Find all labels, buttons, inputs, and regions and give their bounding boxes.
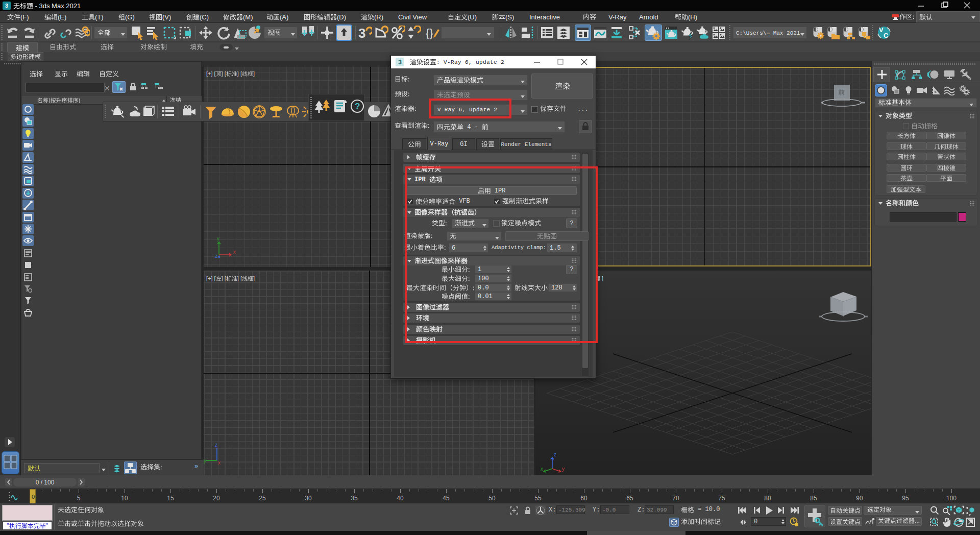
- svg-text:z: z: [215, 442, 217, 448]
- svg-text:z: z: [215, 253, 217, 259]
- svg-text:y: y: [204, 458, 206, 464]
- svg-text:x: x: [218, 460, 220, 466]
- svg-text:3: 3: [5, 3, 8, 9]
- svg-text:y: y: [217, 236, 219, 241]
- svg-text:C: C: [884, 32, 889, 39]
- svg-text:?: ?: [355, 102, 360, 111]
- svg-text:3: 3: [398, 59, 402, 66]
- svg-text:{}: {}: [426, 27, 433, 39]
- svg-text:3: 3: [358, 26, 365, 40]
- svg-text:x: x: [233, 249, 236, 255]
- svg-text:V: V: [879, 26, 884, 34]
- svg-text:x: x: [541, 466, 543, 472]
- svg-text:y: y: [562, 466, 565, 472]
- svg-text:z: z: [554, 452, 556, 457]
